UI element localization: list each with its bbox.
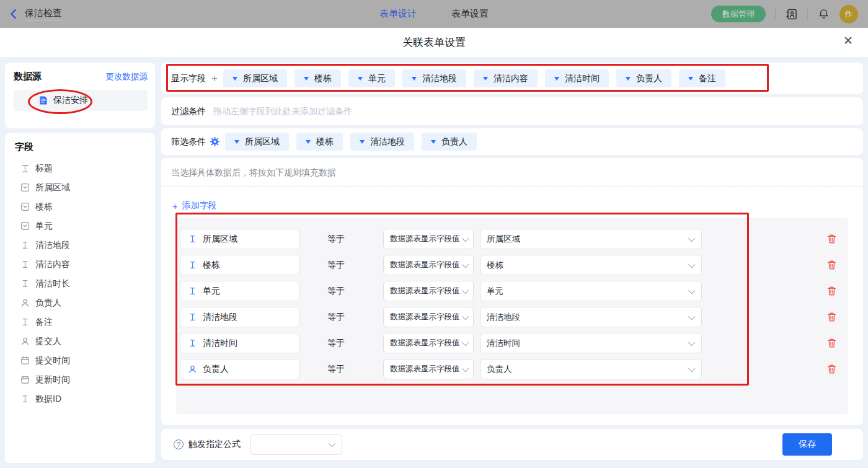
rule-value-select[interactable]: 清洁时间 (480, 333, 702, 353)
datasource-item[interactable]: 保洁安排 (14, 90, 148, 111)
rule-value-select[interactable]: 所属区域 (480, 229, 702, 249)
tag-label: 清洁时间 (565, 73, 600, 84)
display-field-tag[interactable]: 备注 (679, 69, 725, 87)
caret-down-icon (234, 140, 239, 144)
rule-field[interactable]: 清洁时间 (180, 333, 299, 353)
field-item[interactable]: 单元 (15, 216, 149, 236)
caret-down-icon (626, 77, 631, 81)
rule-field[interactable]: 单元 (180, 281, 299, 301)
display-field-tag[interactable]: 清洁地段 (402, 69, 466, 87)
delete-rule-button[interactable] (826, 234, 837, 244)
top-bar: 保洁检查 表单设计 表单设置 数据管理 作 (0, 0, 868, 28)
delete-rule-button[interactable] (826, 338, 837, 348)
rule-source-select[interactable]: 数据源表显示字段值 (383, 281, 474, 301)
close-icon[interactable]: ✕ (843, 35, 853, 46)
display-field-tag[interactable]: 清洁内容 (474, 69, 538, 87)
rule-operator: 等于 (327, 260, 346, 271)
field-item-label: 标题 (35, 163, 53, 174)
display-field-tag[interactable]: 楼栋 (294, 69, 341, 87)
field-item-label: 单元 (35, 221, 53, 232)
tag-label: 单元 (368, 73, 386, 84)
field-item[interactable]: 清洁内容 (15, 255, 149, 274)
fields-list: 标题 所属区域 (15, 159, 149, 408)
back-button[interactable] (9, 9, 19, 19)
save-button[interactable]: 保存 (782, 433, 832, 456)
field-item[interactable]: 清洁地段 (15, 236, 149, 255)
tag-label: 楼栋 (314, 73, 332, 84)
data-manage-button[interactable]: 数据管理 (711, 6, 766, 22)
filter-label: 过滤条件 (171, 106, 206, 117)
bell-icon[interactable] (817, 7, 830, 20)
caret-down-icon (483, 77, 488, 81)
rule-source-select[interactable]: 数据源表显示字段值 (383, 333, 474, 353)
screening-tag[interactable]: 楼栋 (296, 133, 343, 151)
screening-label: 筛选条件 (171, 136, 206, 148)
tag-label: 所属区域 (243, 73, 278, 84)
field-item[interactable]: 标题 (15, 159, 149, 178)
field-item[interactable]: 提交时间 (15, 351, 149, 370)
change-datasource-link[interactable]: 更改数据源 (106, 71, 148, 82)
display-field-tag[interactable]: 所属区域 (223, 69, 287, 87)
help-icon[interactable]: ? (174, 439, 184, 449)
delete-rule-button[interactable] (826, 260, 837, 270)
screening-tag[interactable]: 负责人 (422, 133, 477, 151)
field-item[interactable]: 负责人 (15, 293, 149, 312)
field-type-icon (20, 221, 30, 231)
field-item[interactable]: 提交人 (15, 332, 149, 351)
field-item[interactable]: 备注 (15, 312, 149, 332)
rule-source-value: 数据源表显示字段值 (390, 260, 460, 270)
tag-label: 清洁地段 (422, 73, 457, 84)
field-item[interactable]: 所属区域 (15, 178, 149, 197)
rule-row: 所属区域 等于 数据源表显示字段值 所属区域 (180, 229, 837, 249)
address-book-icon[interactable] (785, 7, 798, 20)
delete-rule-button[interactable] (826, 286, 837, 296)
screening-tags: 所属区域 楼栋 清洁地段 负责人 (225, 133, 477, 151)
caret-down-icon (306, 140, 311, 144)
field-item[interactable]: 楼栋 (15, 197, 149, 216)
rule-field[interactable]: 清洁地段 (180, 307, 299, 327)
rule-source-select[interactable]: 数据源表显示字段值 (383, 255, 474, 275)
tab-form-design[interactable]: 表单设计 (379, 8, 417, 20)
datasource-panel: 数据源 更改数据源 保洁安排 (5, 63, 155, 128)
field-item[interactable]: 数据ID (15, 389, 149, 408)
field-item-label: 负责人 (35, 298, 61, 309)
tag-label: 所属区域 (245, 136, 280, 148)
rule-field[interactable]: 所属区域 (180, 229, 299, 249)
field-type-icon (20, 183, 30, 192)
display-field-tag[interactable]: 清洁时间 (545, 69, 609, 87)
rule-row: 清洁时间 等于 数据源表显示字段值 清洁时间 (180, 333, 837, 353)
rule-source-select[interactable]: 数据源表显示字段值 (383, 229, 474, 249)
rule-source-select[interactable]: 数据源表显示字段值 (383, 307, 474, 327)
rule-value-select[interactable]: 负责人 (480, 359, 702, 379)
rule-value-select[interactable]: 单元 (480, 281, 702, 301)
rule-value: 清洁时间 (487, 338, 520, 349)
tab-form-settings[interactable]: 表单设置 (451, 8, 489, 20)
rule-row: 楼栋 等于 数据源表显示字段值 楼栋 (180, 255, 837, 275)
gear-icon[interactable] (210, 137, 219, 146)
screening-tag[interactable]: 所属区域 (225, 133, 289, 151)
delete-rule-button[interactable] (826, 364, 837, 374)
formula-select[interactable] (250, 434, 342, 455)
filter-dropzone-placeholder: 拖动左侧字段到此处来添加过滤条件 (213, 106, 352, 117)
form-name[interactable]: 保洁检查 (25, 7, 62, 21)
rule-field[interactable]: 负责人 (180, 359, 299, 379)
add-rule-field-button[interactable]: + 添加字段 (172, 200, 217, 211)
field-item-label: 更新时间 (35, 374, 70, 386)
field-item[interactable]: 更新时间 (15, 370, 149, 389)
datasource-item-label: 保洁安排 (53, 95, 88, 106)
field-item[interactable]: 清洁时长 (15, 274, 149, 293)
avatar[interactable]: 作 (839, 5, 858, 24)
add-display-field-button[interactable]: + (211, 73, 218, 84)
display-field-tag[interactable]: 单元 (348, 69, 395, 87)
rule-source-select[interactable]: 数据源表显示字段值 (383, 359, 474, 379)
display-field-tag[interactable]: 负责人 (616, 69, 671, 87)
rule-value-select[interactable]: 清洁地段 (480, 307, 702, 327)
rule-source-value: 数据源表显示字段值 (390, 364, 460, 374)
filter-row[interactable]: 过滤条件 拖动左侧字段到此处来添加过滤条件 (161, 97, 863, 125)
field-type-icon (20, 337, 30, 346)
rule-field[interactable]: 楼栋 (180, 255, 299, 275)
delete-rule-button[interactable] (826, 312, 837, 322)
formula-label: 触发指定公式 (188, 439, 241, 450)
screening-tag[interactable]: 清洁地段 (350, 133, 414, 151)
rule-value-select[interactable]: 楼栋 (480, 255, 702, 275)
